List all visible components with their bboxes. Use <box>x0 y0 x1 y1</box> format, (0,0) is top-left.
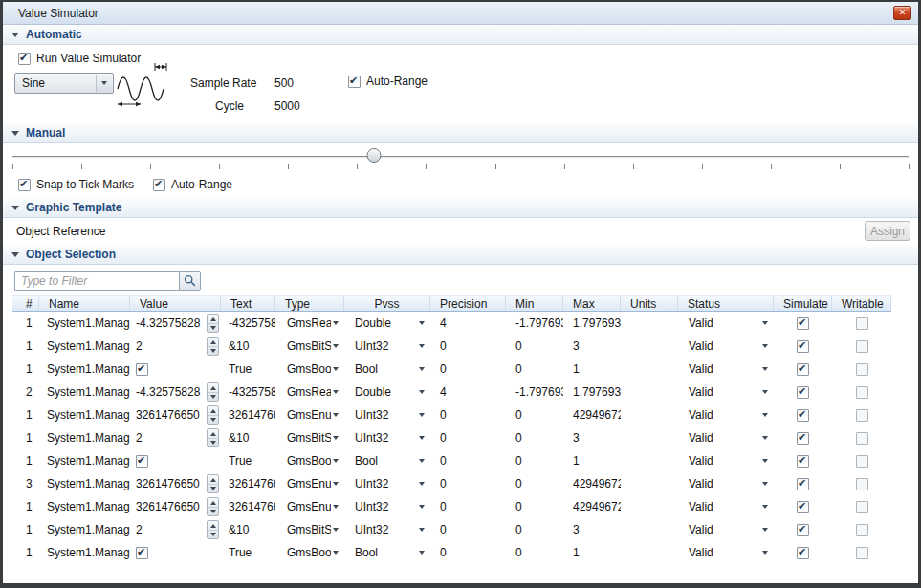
row-type-select[interactable]: GmsBitStri <box>275 518 344 541</box>
column-header-pvss[interactable]: Pvss <box>344 296 430 311</box>
snap-checkbox[interactable] <box>18 179 31 191</box>
simulate-checkbox[interactable] <box>797 340 809 353</box>
row-type-select[interactable]: GmsBool <box>275 541 344 564</box>
spinner-up-icon[interactable] <box>208 338 218 346</box>
writable-checkbox[interactable] <box>856 501 868 513</box>
row-status-select[interactable]: Valid <box>678 449 774 472</box>
value-spinner[interactable] <box>207 337 219 356</box>
spinner-up-icon[interactable] <box>208 498 218 507</box>
combo-dropdown-button[interactable] <box>96 75 112 92</box>
writable-checkbox[interactable] <box>856 363 868 376</box>
column-header-writable[interactable]: Writable <box>832 296 891 311</box>
simulate-checkbox[interactable] <box>797 478 809 490</box>
value-text[interactable]: 2 <box>136 339 207 353</box>
spinner-up-icon[interactable] <box>208 406 218 415</box>
column-header-min[interactable]: Min <box>506 296 563 311</box>
spinner-down-icon[interactable] <box>208 346 218 356</box>
row-type-select[interactable]: GmsReal <box>275 312 344 335</box>
spinner-down-icon[interactable] <box>208 507 218 516</box>
row-pvss-select[interactable]: Double <box>344 312 430 335</box>
column-header-max[interactable]: Max <box>563 296 621 311</box>
column-header-value[interactable]: Value <box>130 296 221 311</box>
row-type-select[interactable]: GmsBitStri <box>275 335 344 358</box>
simulate-checkbox[interactable] <box>797 455 809 468</box>
search-button[interactable] <box>179 271 201 291</box>
spinner-up-icon[interactable] <box>208 315 218 323</box>
value-checkbox[interactable] <box>136 455 148 468</box>
value-spinner[interactable] <box>207 314 219 333</box>
section-header-object-selection[interactable]: Object Selection <box>3 245 918 265</box>
writable-checkbox[interactable] <box>856 432 868 445</box>
row-type-select[interactable]: GmsEnum <box>275 403 344 426</box>
spinner-up-icon[interactable] <box>208 521 218 530</box>
assign-button[interactable]: Assign <box>865 221 910 241</box>
value-text[interactable]: -4.32575828 <box>136 385 207 399</box>
value-text[interactable]: -4.32575828 <box>136 316 207 330</box>
simulate-checkbox[interactable] <box>797 501 809 513</box>
section-header-graphic-template[interactable]: Graphic Template <box>3 198 918 218</box>
value-spinner[interactable] <box>207 382 219 402</box>
row-pvss-select[interactable]: Bool <box>344 541 430 564</box>
row-pvss-select[interactable]: Bool <box>344 449 430 472</box>
spinner-down-icon[interactable] <box>208 323 218 333</box>
table-row[interactable]: 1System1.ManagenTrueGmsBoolBool001Valid <box>12 449 891 472</box>
simulate-checkbox[interactable] <box>797 363 809 376</box>
spinner-up-icon[interactable] <box>208 383 218 392</box>
row-status-select[interactable]: Valid <box>678 518 774 541</box>
row-type-select[interactable]: GmsBool <box>275 358 344 381</box>
value-text[interactable]: 3261476650 <box>136 408 207 422</box>
writable-checkbox[interactable] <box>856 547 868 559</box>
writable-checkbox[interactable] <box>856 409 868 422</box>
run-simulator-checkbox[interactable] <box>18 53 31 65</box>
writable-checkbox[interactable] <box>856 524 868 536</box>
simulate-checkbox[interactable] <box>797 547 809 559</box>
row-pvss-select[interactable]: Bool <box>344 358 430 381</box>
slider-track[interactable] <box>12 156 909 159</box>
row-status-select[interactable]: Valid <box>678 426 774 449</box>
slider-thumb[interactable] <box>366 148 381 163</box>
column-header-type[interactable]: Type <box>275 296 344 311</box>
column-header-simulate[interactable]: Simulate <box>774 296 832 311</box>
value-checkbox[interactable] <box>136 363 148 376</box>
table-row[interactable]: 3System1.Managen3261476650326147665GmsEn… <box>12 472 891 495</box>
table-row[interactable]: 1System1.ManagenTrueGmsBoolBool001Valid <box>12 358 891 381</box>
spinner-down-icon[interactable] <box>208 484 218 493</box>
row-type-select[interactable]: GmsEnum <box>275 495 344 518</box>
row-type-select[interactable]: GmsEnum <box>275 472 344 495</box>
value-text[interactable]: 2 <box>136 523 207 536</box>
table-row[interactable]: 1System1.Managen2&10GmsBitStriUInt32003V… <box>12 518 891 541</box>
titlebar[interactable]: Value Simulator ✕ <box>3 2 918 25</box>
row-status-select[interactable]: Valid <box>678 403 774 426</box>
table-row[interactable]: 1System1.Managen3261476650326147665GmsEn… <box>12 495 891 518</box>
row-status-select[interactable]: Valid <box>678 335 774 358</box>
spinner-up-icon[interactable] <box>208 429 218 438</box>
simulate-checkbox[interactable] <box>797 524 809 536</box>
simulate-checkbox[interactable] <box>797 317 809 330</box>
auto-range-checkbox-automatic[interactable] <box>348 76 361 88</box>
simulate-checkbox[interactable] <box>797 386 809 399</box>
section-header-automatic[interactable]: Automatic <box>3 25 918 45</box>
row-type-select[interactable]: GmsBool <box>275 449 344 472</box>
value-text[interactable]: 3261476650 <box>136 477 207 490</box>
row-pvss-select[interactable]: UInt32 <box>344 426 430 449</box>
column-header-status[interactable]: Status <box>678 296 774 311</box>
row-status-select[interactable]: Valid <box>678 381 774 403</box>
row-type-select[interactable]: GmsBitStri <box>275 426 344 449</box>
simulate-checkbox[interactable] <box>797 432 809 445</box>
section-header-manual[interactable]: Manual <box>3 123 918 143</box>
writable-checkbox[interactable] <box>856 317 868 330</box>
row-pvss-select[interactable]: UInt32 <box>344 518 430 541</box>
table-row[interactable]: 1System1.ManagenTrueGmsBoolBool001Valid <box>12 541 891 564</box>
row-status-select[interactable]: Valid <box>678 358 774 381</box>
table-row[interactable]: 1System1.Managen3261476650326147665GmsEn… <box>12 403 891 426</box>
spinner-down-icon[interactable] <box>208 438 218 447</box>
value-spinner[interactable] <box>207 520 219 539</box>
row-pvss-select[interactable]: UInt32 <box>344 495 430 518</box>
table-row[interactable]: 1System1.Managen-4.32575828-43257582GmsR… <box>12 312 891 335</box>
writable-checkbox[interactable] <box>856 478 868 490</box>
column-header-text[interactable]: Text <box>221 296 275 311</box>
manual-slider[interactable] <box>12 145 909 172</box>
column-header-units[interactable]: Units <box>621 296 678 311</box>
value-checkbox[interactable] <box>136 547 148 559</box>
row-status-select[interactable]: Valid <box>678 495 774 518</box>
